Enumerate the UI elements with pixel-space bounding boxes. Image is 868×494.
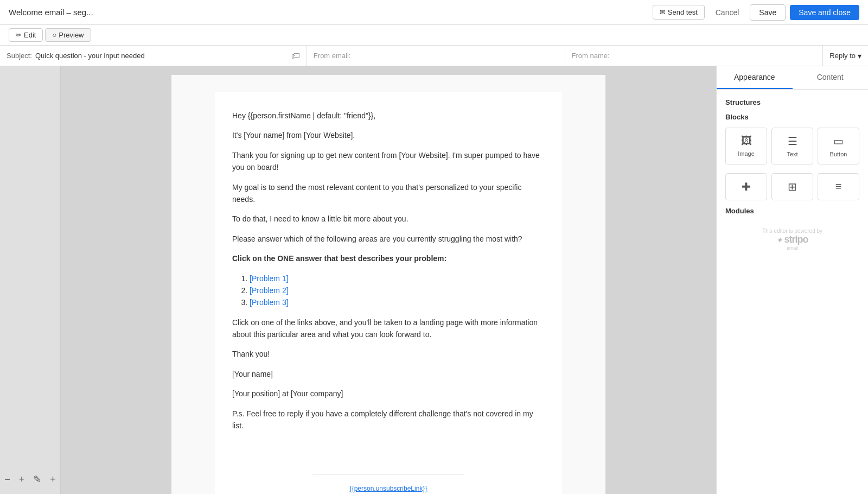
zoom-out-button[interactable]: −: [4, 474, 10, 485]
right-panel-content: Structures Blocks 🖼 Image ☰ Text ▭ Butto…: [717, 90, 868, 494]
signature-position: [Your position] at [Your company]: [232, 388, 545, 400]
right-panel-tabs: Appearance Content: [717, 66, 868, 90]
modules-title: Modules: [725, 207, 859, 215]
signature-name: [Your name]: [232, 368, 545, 380]
chevron-down-icon: ▾: [858, 52, 861, 60]
send-icon: ✉: [660, 8, 666, 16]
sidebar-tools: − + ✎ +: [0, 469, 60, 490]
problem2-link[interactable]: [Problem 2]: [250, 286, 289, 295]
add-module-icon: ✚: [742, 180, 751, 193]
email-footer: {{person.unsubscribeLink}} Your footer i…: [215, 457, 562, 494]
powered-by: This editor is powered by ✦ stripo email: [725, 221, 859, 257]
stripo-brand: ✦ stripo: [732, 234, 853, 245]
top-bar-actions: ✉ Send test Cancel Save Save and close: [653, 4, 859, 21]
subject-value[interactable]: Quick question - your input needed: [35, 52, 288, 60]
stripo-sub: email: [732, 245, 853, 251]
list-icon: ≡: [835, 180, 842, 193]
from-name-placeholder: From name:: [572, 52, 610, 60]
thank-you: Thank you!: [232, 348, 545, 360]
send-test-button[interactable]: ✉ Send test: [653, 5, 705, 20]
preview-icon: ○: [52, 31, 56, 39]
module-grid[interactable]: ⊞: [771, 173, 813, 200]
add-button[interactable]: +: [50, 474, 56, 485]
footer-divider: [312, 474, 464, 474]
email-container: Hey {{person.firstName | default: "frien…: [171, 75, 605, 494]
block-text[interactable]: ☰ Text: [771, 128, 813, 164]
email-content: Hey {{person.firstName | default: "frien…: [215, 92, 562, 457]
image-icon: 🖼: [741, 135, 752, 147]
modules-grid: ✚ ⊞ ≡: [725, 173, 859, 200]
email-canvas[interactable]: Hey {{person.firstName | default: "frien…: [61, 66, 716, 494]
list-item: [Problem 3]: [250, 296, 545, 308]
list-item: [Problem 1]: [250, 273, 545, 284]
subject-field: Subject: Quick question - your input nee…: [0, 46, 307, 66]
edit-bar-left: ✏ Edit ○ Preview: [9, 28, 91, 42]
meta-bar: Subject: Quick question - your input nee…: [0, 46, 868, 66]
block-text-label: Text: [787, 151, 797, 157]
line1: It's [Your name] from [Your Website].: [232, 129, 545, 141]
save-button[interactable]: Save: [750, 4, 786, 21]
line5: Please answer which of the following are…: [232, 233, 545, 245]
zoom-in-small-button[interactable]: +: [19, 474, 25, 485]
footer-text: {{person.unsubscribeLink}} Your footer i…: [232, 483, 545, 494]
powered-by-text: This editor is powered by: [732, 228, 853, 234]
left-sidebar: − + ✎ +: [0, 66, 61, 494]
unsubscribe-link[interactable]: {{person.unsubscribeLink}}: [350, 485, 427, 492]
reply-to-label: Reply to: [829, 52, 856, 60]
blocks-title: Blocks: [725, 113, 859, 121]
block-image-label: Image: [738, 150, 755, 157]
list-item: [Problem 2]: [250, 284, 545, 296]
problem3-link[interactable]: [Problem 3]: [250, 298, 289, 307]
text-icon: ☰: [788, 135, 797, 148]
from-email-placeholder: From email:: [314, 52, 351, 60]
save-and-close-button[interactable]: Save and close: [790, 5, 859, 20]
draw-button[interactable]: ✎: [33, 473, 41, 485]
module-add[interactable]: ✚: [725, 173, 767, 200]
line4: To do that, I need to know a little bit …: [232, 213, 545, 225]
bold-line: Click on the ONE answer that best descri…: [232, 252, 545, 264]
block-button[interactable]: ▭ Button: [818, 128, 859, 164]
problem1-link[interactable]: [Problem 1]: [250, 274, 289, 283]
email-body: Hey {{person.firstName | default: "frien…: [171, 75, 605, 494]
structures-title: Structures: [725, 98, 859, 106]
subject-label: Subject:: [7, 52, 32, 60]
block-button-label: Button: [830, 151, 847, 157]
button-icon: ▭: [833, 135, 844, 148]
right-panel: Appearance Content Structures Blocks 🖼 I…: [716, 66, 868, 494]
edit-icon: ✏: [16, 31, 22, 39]
tab-appearance[interactable]: Appearance: [717, 66, 793, 89]
page-title: Welcome email – seg...: [9, 8, 93, 17]
blocks-grid: 🖼 Image ☰ Text ▭ Button: [725, 128, 859, 164]
preview-button[interactable]: ○ Preview: [45, 28, 91, 42]
line3: My goal is to send the most relevant con…: [232, 181, 545, 206]
from-email-field[interactable]: From email:: [307, 46, 565, 66]
from-name-field[interactable]: From name:: [565, 46, 824, 66]
ps-line: P.s. Feel free to reply if you have a co…: [232, 408, 545, 432]
email-text: Hey {{person.firstName | default: "frien…: [232, 110, 545, 432]
line2: Thank you for signing up to get new cont…: [232, 149, 545, 174]
grid-icon: ⊞: [788, 180, 797, 193]
top-bar: Welcome email – seg... ✉ Send test Cance…: [0, 0, 868, 25]
reply-to-field[interactable]: Reply to ▾: [823, 46, 868, 66]
main-layout: − + ✎ + Hey {{person.firstName | default…: [0, 66, 868, 494]
edit-preview-bar: ✏ Edit ○ Preview: [0, 25, 868, 46]
tab-content[interactable]: Content: [793, 66, 869, 89]
block-image[interactable]: 🖼 Image: [725, 128, 767, 164]
greeting-line: Hey {{person.firstName | default: "frien…: [232, 110, 545, 122]
after-links: Click on one of the links above, and you…: [232, 316, 545, 341]
module-list[interactable]: ≡: [818, 173, 859, 200]
tag-icon[interactable]: 🏷: [291, 51, 300, 61]
edit-button[interactable]: ✏ Edit: [9, 28, 43, 42]
cancel-button[interactable]: Cancel: [709, 5, 746, 20]
problem-list: [Problem 1] [Problem 2] [Problem 3]: [250, 273, 545, 309]
